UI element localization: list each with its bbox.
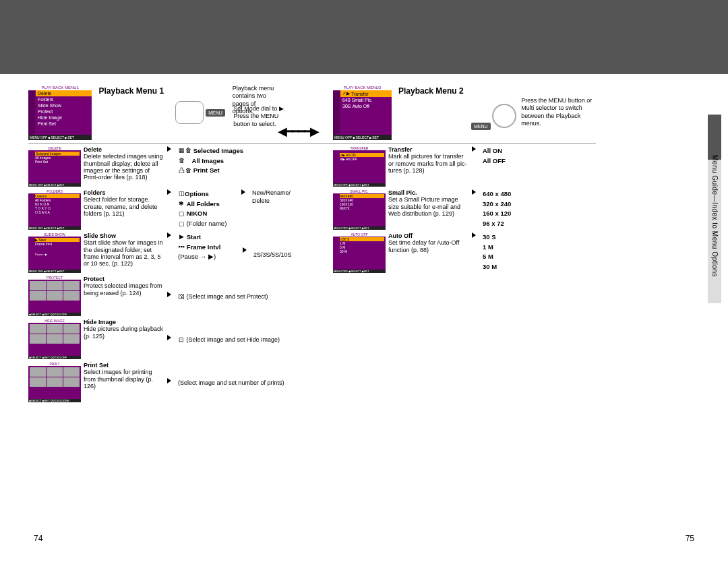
row-smallpic: SMALL PIC. 640X480 320X240 160X120 96X72… (333, 189, 596, 230)
lcd-slideshow: SLIDE SHOW ▶ Start Frame Intvl Pause→▶ M… (28, 232, 81, 273)
arrow-right-icon (241, 189, 245, 195)
multi-selector-icon (492, 104, 516, 128)
menu2-title: Playback Menu 2 (396, 85, 471, 97)
lcd-screen-menu1: PLAY BACK MENU1 Delete Folders Slide Sho… (28, 85, 92, 140)
page-number-left: 74 (34, 534, 42, 543)
playback-menu-1-column: PLAY BACK MENU1 Delete Folders Slide Sho… (28, 85, 333, 402)
arrow-right-icon (167, 146, 171, 152)
arrow-right-icon (472, 232, 476, 238)
arrow-right-icon (167, 189, 171, 195)
arrow-right-icon (167, 232, 171, 238)
page-number-right: 75 (686, 534, 694, 543)
playback-menu-2-column: PLAY BACK MENU2 ✓▶ Transfer 640 Small Pi… (333, 85, 596, 273)
double-arrow-icon: ◀━━━━▶ (278, 124, 318, 139)
row-slideshow: SLIDE SHOW ▶ Start Frame Intvl Pause→▶ M… (28, 232, 333, 273)
arrow-right-icon (472, 189, 476, 195)
hide-icon: ⊡ (178, 336, 185, 344)
lcd-delete: DELETE Selected Images All ImagesPrint S… (28, 146, 81, 187)
row-folders: FOLDERS Options All Folders N I K O N T … (28, 189, 333, 230)
lcd-print: PRINT ◆SELECT ▶SET QUICK⊡ DONE (28, 362, 81, 402)
row-delete: DELETE Selected Images All ImagesPrint S… (28, 146, 333, 187)
key-icon: ⚿ (178, 293, 185, 301)
row-print: PRINT ◆SELECT ▶SET QUICK⊡ DONE Print Set… (28, 362, 333, 402)
arrow-right-icon (167, 378, 171, 383)
lcd-autooff: AUTO OFF ⊙30 S 1 M 5 M 30 M MENU OFF ◆SE… (333, 232, 386, 273)
arrow-right-icon (167, 335, 171, 340)
lcd-screen-menu2: PLAY BACK MENU2 ✓▶ Transfer 640 Small Pi… (333, 85, 392, 140)
lcd-hide: HIDE IMAGE ◆SELECT ▶SET QUICK⊡ OFF (28, 319, 81, 359)
arrow-right-icon (472, 146, 476, 152)
lcd-smallpic: SMALL PIC. 640X480 320X240 160X120 96X72… (333, 189, 386, 230)
mode-dial-icon (175, 101, 204, 124)
menu1-note: Playback menu contains two pages of opti… (233, 82, 276, 115)
menu-button-icon: MENU (206, 109, 225, 117)
lcd-transfer: TRANSFER ✓▶ All ON ✗▶ All OFF MENU OFF ◆… (333, 146, 386, 187)
row-protect: PROTECT ◆SELECT ▶SET QUICK⊡ OFF Protect … (28, 276, 333, 316)
menu-button-icon: MENU (471, 123, 491, 130)
arrow-right-icon (243, 247, 247, 253)
menu1-title: Playback Menu 1 (96, 85, 175, 97)
menu2-instruction: Press the MENU button or Multi selector … (521, 85, 596, 127)
arrow-right-icon (167, 292, 171, 297)
row-hide: HIDE IMAGE ◆SELECT ▶SET QUICK⊡ OFF Hide … (28, 319, 333, 359)
side-label: Menu Guide—Index to Menu Options (711, 155, 719, 277)
row-autooff: AUTO OFF ⊙30 S 1 M 5 M 30 M MENU OFF ◆SE… (333, 232, 596, 273)
lcd-folders: FOLDERS Options All Folders N I K O N T … (28, 189, 81, 230)
lcd-protect: PROTECT ◆SELECT ▶SET QUICK⊡ OFF (28, 276, 81, 316)
menu2-header: PLAY BACK MENU2 ✓▶ Transfer 640 Small Pi… (333, 85, 596, 144)
row-transfer: TRANSFER ✓▶ All ON ✗▶ All OFF MENU OFF ◆… (333, 146, 596, 187)
